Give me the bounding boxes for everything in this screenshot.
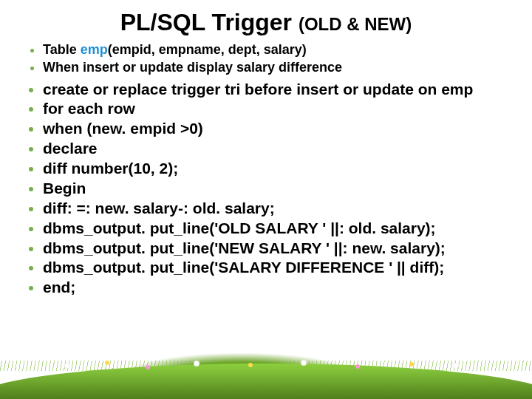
code-line: diff number(10, 2); bbox=[43, 159, 514, 179]
grass-hill-icon bbox=[80, 338, 372, 378]
title-part2: Trigger bbox=[212, 9, 292, 35]
decorative-ground bbox=[0, 310, 532, 399]
slide: PL/SQL Trigger (OLD & NEW) Table emp(emp… bbox=[0, 0, 532, 399]
code-line: for each row bbox=[43, 99, 514, 119]
code-list: create or replace trigger tri before ins… bbox=[18, 80, 514, 299]
grass-blades-icon bbox=[0, 361, 532, 371]
intro-list: Table emp(empid, empname, dept, salary) … bbox=[18, 41, 514, 77]
code-line: diff: =: new. salary-: old. salary; bbox=[43, 199, 514, 219]
code-line: Begin bbox=[43, 179, 514, 199]
intro-emp-token: emp bbox=[81, 42, 108, 57]
grass-foreground-icon bbox=[0, 364, 532, 399]
intro-prefix: Table bbox=[43, 42, 81, 57]
code-line: when (new. empid >0) bbox=[43, 119, 514, 139]
intro-item-when: When insert or update display salary dif… bbox=[43, 58, 514, 76]
code-line: dbms_output. put_line('NEW SALARY ' ||: … bbox=[43, 239, 514, 259]
slide-title: PL/SQL Trigger (OLD & NEW) bbox=[18, 9, 514, 36]
code-line: dbms_output. put_line('OLD SALARY ' ||: … bbox=[43, 219, 514, 239]
code-line: create or replace trigger tri before ins… bbox=[43, 80, 514, 100]
code-line: declare bbox=[43, 139, 514, 159]
code-line: dbms_output. put_line('SALARY DIFFERENCE… bbox=[43, 258, 514, 278]
flowers-icon bbox=[43, 355, 490, 369]
title-part1: PL/SQL bbox=[120, 9, 205, 35]
intro-rest: (empid, empname, dept, salary) bbox=[108, 42, 307, 57]
code-line: end; bbox=[43, 278, 514, 298]
title-parens: (OLD & NEW) bbox=[299, 14, 412, 34]
intro-item-table: Table emp(empid, empname, dept, salary) bbox=[43, 41, 514, 58]
